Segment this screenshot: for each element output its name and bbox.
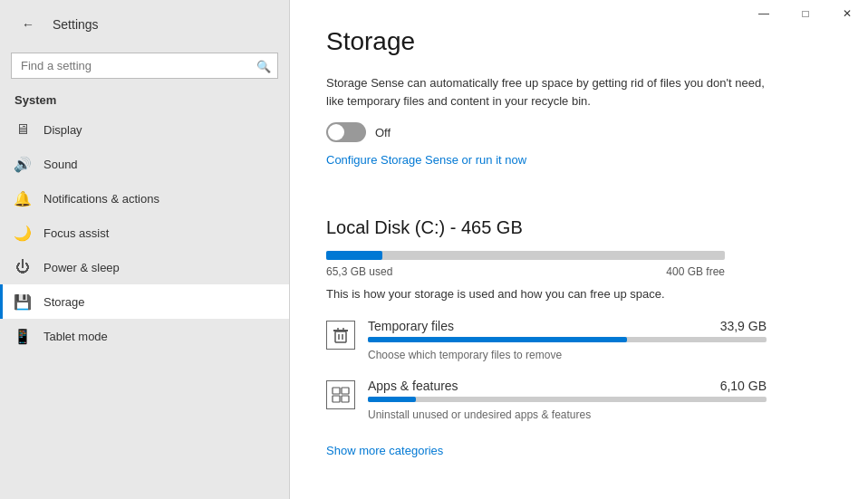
temp-bar-fill	[368, 337, 627, 342]
disk-section: Local Disk (C:) - 465 GB 65,3 GB used 40…	[326, 217, 832, 458]
apps-desc: Uninstall unused or undesired apps & fea…	[368, 408, 591, 421]
sidebar-item-tablet[interactable]: 📱 Tablet mode	[0, 319, 289, 353]
storage-sense-description: Storage Sense can automatically free up …	[326, 74, 779, 110]
sidebar-item-power[interactable]: ⏻ Power & sleep	[0, 250, 289, 284]
storage-sense-toggle[interactable]	[326, 122, 366, 142]
maximize-button[interactable]: □	[785, 0, 826, 27]
temp-desc: Choose which temporary files to remove	[368, 349, 562, 361]
svg-rect-8	[333, 396, 340, 402]
apps-size: 6,10 GB	[720, 379, 767, 393]
page-title: Storage	[326, 27, 832, 56]
disk-title: Local Disk (C:) - 465 GB	[326, 217, 832, 238]
apps-bar	[368, 397, 767, 402]
apps-header: Apps & features 6,10 GB	[368, 379, 767, 393]
sidebar: ← Settings 🔍 System 🖥 Display 🔊 Sound 🔔 …	[0, 0, 290, 499]
search-icon: 🔍	[256, 59, 271, 72]
svg-rect-6	[333, 388, 340, 394]
temp-content: Temporary files 33,9 GB Choose which tem…	[368, 319, 832, 362]
disk-description: This is how your storage is used and how…	[326, 287, 832, 301]
apps-content: Apps & features 6,10 GB Uninstall unused…	[368, 379, 832, 422]
display-icon: 🖥	[14, 121, 31, 138]
sidebar-item-sound[interactable]: 🔊 Sound	[0, 147, 289, 181]
app-window: ← Settings 🔍 System 🖥 Display 🔊 Sound 🔔 …	[0, 0, 868, 499]
apps-icon	[326, 380, 355, 409]
sidebar-header: ← Settings	[0, 0, 289, 49]
main-content: — □ ✕ Storage Storage Sense can automati…	[290, 0, 868, 499]
sidebar-item-tablet-label: Tablet mode	[43, 330, 108, 343]
sidebar-item-notifications-label: Notifications & actions	[43, 192, 159, 206]
disk-used-label: 65,3 GB used	[326, 265, 392, 278]
apps-name: Apps & features	[368, 379, 458, 393]
temp-icon	[326, 321, 355, 350]
disk-free-label: 400 GB free	[666, 265, 725, 278]
toggle-row: Off	[326, 122, 832, 142]
sound-icon: 🔊	[14, 156, 31, 172]
svg-rect-1	[335, 331, 346, 342]
temp-size: 33,9 GB	[720, 319, 767, 333]
sidebar-item-storage[interactable]: 💾 Storage	[0, 284, 289, 319]
apps-bar-fill	[368, 397, 416, 402]
disk-bar-fill	[326, 251, 382, 260]
close-button[interactable]: ✕	[826, 0, 868, 27]
temp-header: Temporary files 33,9 GB	[368, 319, 767, 333]
sidebar-item-display[interactable]: 🖥 Display	[0, 112, 289, 147]
sidebar-item-storage-label: Storage	[43, 295, 85, 309]
storage-item-temp[interactable]: Temporary files 33,9 GB Choose which tem…	[326, 319, 832, 362]
search-box: 🔍	[11, 53, 278, 79]
minimize-button[interactable]: —	[743, 0, 785, 27]
search-input[interactable]	[11, 53, 278, 79]
sidebar-item-focus-label: Focus assist	[43, 226, 109, 240]
back-button[interactable]: ←	[14, 11, 42, 38]
temp-bar	[368, 337, 767, 342]
sidebar-item-power-label: Power & sleep	[43, 261, 120, 274]
svg-rect-9	[342, 396, 349, 402]
system-label: System	[0, 86, 289, 112]
sidebar-item-sound-label: Sound	[43, 158, 78, 171]
sidebar-item-focus[interactable]: 🌙 Focus assist	[0, 216, 289, 250]
configure-link[interactable]: Configure Storage Sense or run it now	[326, 153, 526, 167]
tablet-icon: 📱	[14, 328, 31, 344]
temp-name: Temporary files	[368, 319, 454, 333]
storage-item-apps[interactable]: Apps & features 6,10 GB Uninstall unused…	[326, 379, 832, 422]
window-controls: — □ ✕	[743, 0, 868, 27]
focus-icon: 🌙	[14, 225, 31, 241]
disk-labels: 65,3 GB used 400 GB free	[326, 265, 725, 278]
sidebar-item-notifications[interactable]: 🔔 Notifications & actions	[0, 181, 289, 216]
storage-icon: 💾	[14, 293, 31, 310]
disk-usage-bar	[326, 251, 725, 260]
sidebar-item-display-label: Display	[43, 123, 82, 137]
show-more-link[interactable]: Show more categories	[326, 444, 443, 457]
toggle-label: Off	[375, 126, 391, 139]
notifications-icon: 🔔	[14, 190, 31, 206]
sidebar-title: Settings	[53, 17, 99, 32]
svg-rect-7	[342, 388, 349, 394]
power-icon: ⏻	[14, 259, 31, 275]
